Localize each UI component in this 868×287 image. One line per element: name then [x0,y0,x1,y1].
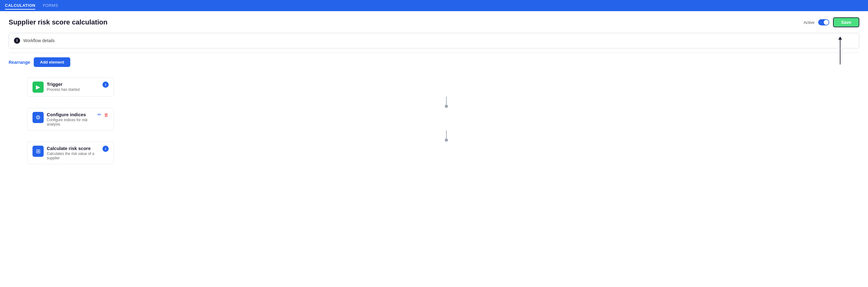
configure-indices-content: Configure indices Configure indices for … [47,112,94,126]
workflow-details-text: Workflow details [23,38,55,43]
configure-indices-icon: ⚙ [32,112,44,123]
divider [9,53,859,53]
rearrange-button[interactable]: Rearrange [9,58,30,67]
trigger-title: Trigger [47,82,99,87]
connector-dot-1 [445,105,448,108]
step-configure-indices: ⚙ Configure indices Configure indices fo… [27,108,114,131]
trigger-icon: ▶ [32,82,44,93]
workflow-canvas: ▶ Trigger Process has started i ⚙ Config… [9,75,859,164]
calculate-risk-score-desc: Calculates the risk value of a supplier [47,151,99,160]
nav-item-forms[interactable]: FORMS [43,2,58,9]
calculate-risk-score-content: Calculate risk score Calculates the risk… [47,146,99,160]
step-calculate-risk-score: ⊞ Calculate risk score Calculates the ri… [27,142,114,164]
header-container: Supplier risk score calculation Active S… [9,17,859,27]
configure-indices-actions: ✏ 🗑 [97,112,108,117]
calculate-risk-score-info-button[interactable]: i [102,146,108,152]
connector-dot-2 [445,139,448,142]
header-row: Supplier risk score calculation Active S… [9,17,859,27]
configure-indices-delete-button[interactable]: 🗑 [104,112,108,117]
configure-indices-edit-button[interactable]: ✏ [97,112,101,117]
save-button[interactable]: Save [833,17,859,27]
active-label: Active [804,20,814,25]
top-navigation: CALCULATION FORMS [0,0,868,11]
connector-line-2 [446,131,447,139]
configure-indices-desc: Configure indices for risk analysis [47,118,94,126]
trigger-info-button[interactable]: i [102,82,108,88]
main-content: Supplier risk score calculation Active S… [0,11,868,287]
calculate-risk-score-icon: ⊞ [32,146,44,157]
workflow-info-icon: i [14,37,20,44]
connector-2 [33,131,859,142]
toolbar-row: Rearrange Add element [9,57,859,67]
active-toggle[interactable] [818,19,829,25]
step-trigger: ▶ Trigger Process has started i [27,78,114,97]
connector-1 [33,97,859,108]
header-right: Active Save [804,17,859,27]
calculate-risk-score-title: Calculate risk score [47,146,99,151]
add-element-button[interactable]: Add element [34,57,70,67]
trigger-desc: Process has started [47,87,99,92]
configure-indices-title: Configure indices [47,112,94,117]
nav-item-calculation[interactable]: CALCULATION [5,2,35,9]
page-title: Supplier risk score calculation [9,18,107,26]
trigger-content: Trigger Process has started [47,82,99,92]
connector-line-1 [446,97,447,105]
workflow-details-bar[interactable]: i Workflow details [9,33,859,48]
